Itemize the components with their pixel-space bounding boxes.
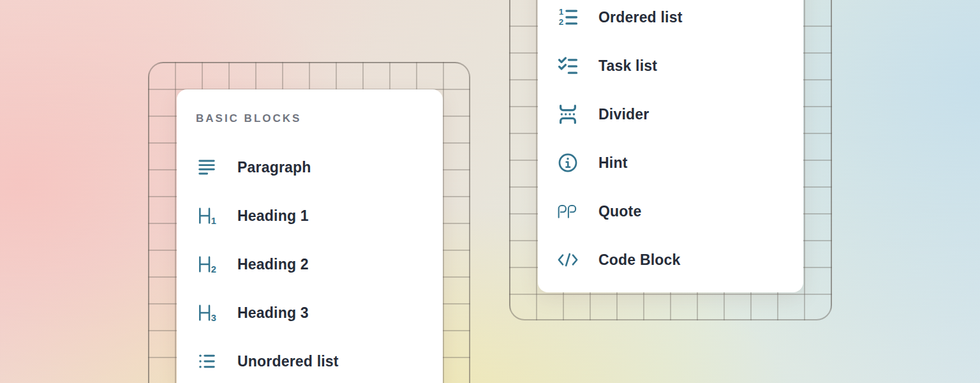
heading-1-icon: 1 (196, 205, 218, 227)
menu-item-label: Unordered list (237, 353, 339, 370)
code-block-icon (557, 249, 579, 271)
menu-item-divider[interactable]: Divider (538, 90, 803, 139)
menu-item-heading-3[interactable]: 3 Heading 3 (177, 289, 443, 337)
basic-blocks-menu-panel: BASIC BLOCKS Paragraph 1 Heading 1 2 Hea… (177, 89, 443, 383)
menu-item-label: Code Block (598, 252, 681, 269)
menu-item-label: Heading 2 (237, 256, 309, 273)
menu-item-label: Hint (598, 154, 628, 172)
quote-icon (557, 200, 579, 222)
menu-item-heading-1[interactable]: 1 Heading 1 (177, 192, 443, 240)
menu-item-quote[interactable]: Quote (538, 187, 803, 236)
more-blocks-menu-list: 1 2 Ordered list Task list Divider Hint (538, 0, 803, 284)
svg-text:1: 1 (559, 7, 564, 17)
svg-text:2: 2 (211, 264, 216, 274)
unordered-list-icon (196, 350, 218, 372)
menu-item-label: Task list (598, 57, 657, 75)
menu-item-label: Heading 3 (237, 304, 309, 322)
menu-item-paragraph[interactable]: Paragraph (177, 143, 443, 192)
menu-item-hint[interactable]: Hint (538, 139, 803, 187)
svg-text:2: 2 (559, 17, 563, 27)
menu-item-code-block[interactable]: Code Block (538, 236, 803, 284)
menu-item-unordered-list[interactable]: Unordered list (177, 337, 443, 383)
paragraph-icon (196, 156, 218, 178)
basic-blocks-menu-list: Paragraph 1 Heading 1 2 Heading 2 3 Head… (177, 143, 443, 383)
section-label: BASIC BLOCKS (196, 112, 443, 125)
hint-icon (557, 152, 579, 174)
menu-item-label: Divider (598, 106, 649, 123)
menu-item-label: Heading 1 (237, 207, 309, 225)
menu-item-label: Quote (598, 203, 641, 220)
more-blocks-menu-panel: 1 2 Ordered list Task list Divider Hint (538, 0, 803, 292)
heading-2-icon: 2 (196, 253, 218, 275)
menu-item-label: Paragraph (237, 159, 311, 176)
menu-item-task-list[interactable]: Task list (538, 41, 803, 90)
svg-text:1: 1 (211, 216, 216, 226)
menu-item-ordered-list[interactable]: 1 2 Ordered list (538, 0, 803, 41)
task-list-icon (557, 55, 579, 77)
divider-icon (557, 103, 579, 125)
ordered-list-icon: 1 2 (557, 6, 579, 28)
svg-text:3: 3 (211, 313, 216, 323)
heading-3-icon: 3 (196, 302, 218, 324)
menu-item-heading-2[interactable]: 2 Heading 2 (177, 240, 443, 289)
menu-item-label: Ordered list (598, 9, 683, 26)
